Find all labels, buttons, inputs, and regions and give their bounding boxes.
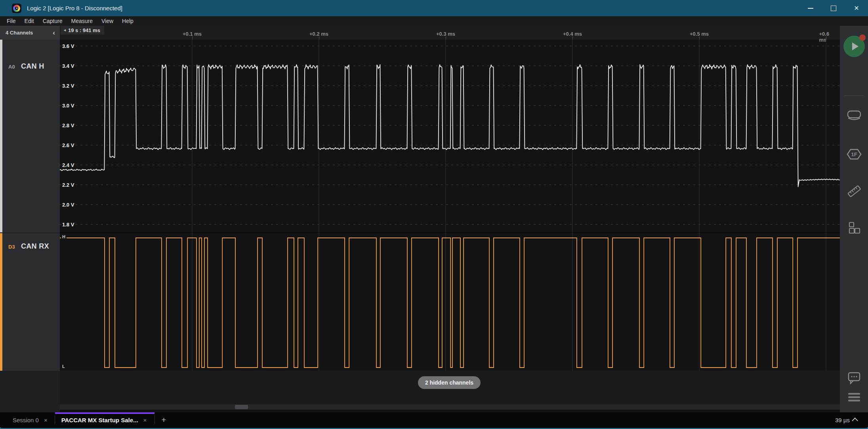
channel-id-a0: A0 <box>8 64 15 70</box>
minimize-button[interactable] <box>799 0 822 16</box>
minimize-icon <box>808 8 813 9</box>
digital-high-label: H <box>61 234 67 239</box>
digital-trace-can-rx <box>60 238 840 368</box>
voltage-label: 2.6 V <box>61 142 76 148</box>
menu-capture[interactable]: Capture <box>38 18 67 24</box>
ruler-tick <box>319 36 319 40</box>
time-label: +0.4 ms <box>563 31 582 37</box>
measure-ruler-icon[interactable] <box>846 183 862 199</box>
time-label: +0.5 ms <box>690 31 709 37</box>
digital-low-label: L <box>61 364 66 369</box>
ruler-tick <box>446 36 446 40</box>
feedback-comment-icon[interactable] <box>847 371 862 385</box>
voltage-label: 3.0 V <box>61 103 76 109</box>
session-tabbar: Session 0 × PACCAR MX Startup Sale... × … <box>0 412 868 427</box>
tab-paccar-capture[interactable]: PACCAR MX Startup Sale... × <box>55 412 155 427</box>
new-tab-button[interactable]: + <box>161 415 166 425</box>
channels-count-label: 4 Channels <box>6 30 33 36</box>
channel-row-can-h[interactable]: A0 CAN H <box>0 40 60 232</box>
voltage-label: 3.2 V <box>61 83 76 89</box>
close-button[interactable]: ✕ <box>845 0 868 16</box>
hidden-channels-button[interactable]: 2 hidden channels <box>418 376 481 389</box>
timeline-scrollbar[interactable] <box>60 404 840 410</box>
ruler-tick <box>572 36 573 40</box>
svg-text:1F: 1F <box>851 151 857 157</box>
titlebar[interactable]: Logic 2 [Logic Pro 8 - Disconnected] ✕ <box>0 0 868 16</box>
channel-row-can-rx[interactable]: D3 CAN RX <box>0 233 60 371</box>
collapse-sidebar-button[interactable]: ‹ <box>53 29 55 37</box>
device-settings-icon[interactable] <box>846 109 862 122</box>
voltage-label: 3.6 V <box>61 43 76 49</box>
channel-name-can-h: CAN H <box>21 62 44 71</box>
analog-plot-canvas[interactable] <box>60 40 840 233</box>
app-window: Logic 2 [Logic Pro 8 - Disconnected] ✕ F… <box>0 0 868 429</box>
voltage-label: 2.0 V <box>61 202 76 208</box>
voltage-label: 2.8 V <box>61 123 76 128</box>
timescale-control[interactable]: 39 µs <box>835 417 858 423</box>
menu-view[interactable]: View <box>97 18 118 24</box>
logic2-app-icon <box>12 4 21 13</box>
voltage-label: 3.4 V <box>61 63 76 69</box>
chevron-up-icon <box>852 418 858 424</box>
run-capture-button[interactable] <box>843 36 865 57</box>
close-icon: ✕ <box>854 5 859 11</box>
voltage-label: 2.2 V <box>61 182 76 188</box>
time-label: +0.3 ms <box>436 31 455 37</box>
channels-header: 4 Channels ‹ <box>0 26 60 40</box>
tab-paccar-close-icon[interactable]: × <box>143 417 147 423</box>
tab-session-0-label: Session 0 <box>13 417 39 423</box>
tab-session-0[interactable]: Session 0 × <box>0 412 55 427</box>
channel-name-can-rx: CAN RX <box>21 242 49 251</box>
rail-divider <box>844 96 864 96</box>
timescale-label: 39 µs <box>835 417 850 423</box>
hidden-channels-label: 2 hidden channels <box>425 379 473 386</box>
menu-help[interactable]: Help <box>118 18 138 24</box>
window-controls: ✕ <box>799 0 868 16</box>
timeline-scrollbar-thumb[interactable] <box>235 405 248 409</box>
tab-paccar-label: PACCAR MX Startup Sale... <box>61 417 138 423</box>
timeline-position-label: 19 s : 941 ms <box>68 27 100 33</box>
record-status-badge <box>859 34 866 41</box>
menubar: File Edit Capture Measure View Help <box>0 16 868 26</box>
menu-measure[interactable]: Measure <box>67 18 97 24</box>
digital-plot-canvas[interactable] <box>60 233 840 371</box>
ruler-tick <box>192 36 193 40</box>
maximize-button[interactable] <box>822 0 845 16</box>
channels-sidebar: 4 Channels ‹ A0 CAN H D3 CAN RX <box>0 26 60 412</box>
ruler-tick <box>826 36 826 40</box>
sidebar-empty-area <box>0 371 60 412</box>
actions-sidebar: 1F <box>840 26 868 412</box>
channel-accent-d3 <box>0 233 2 371</box>
main-menu-icon[interactable] <box>847 392 862 403</box>
extensions-icon[interactable] <box>847 221 862 236</box>
protocol-analyzers-icon[interactable]: 1F <box>846 147 862 161</box>
time-label: +0.2 ms <box>309 31 328 37</box>
timeline-ruler[interactable]: ◄ 19 s : 941 ms +0.1 ms+0.2 ms+0.3 ms+0.… <box>60 26 840 40</box>
channel-id-d3: D3 <box>8 244 15 250</box>
marker-arrow-icon: ◄ <box>63 28 67 32</box>
tab-session-0-close-icon[interactable]: × <box>44 417 48 423</box>
timeline-position-marker: ◄ 19 s : 941 ms <box>61 26 104 34</box>
channel-accent-a0 <box>0 40 2 232</box>
analog-trace-can-h <box>60 65 840 187</box>
maximize-icon <box>831 6 836 11</box>
active-tab-accent <box>55 412 155 414</box>
time-label: +0.1 ms <box>183 31 202 37</box>
tab-separator <box>155 416 155 424</box>
play-icon <box>852 42 858 50</box>
window-title: Logic 2 [Logic Pro 8 - Disconnected] <box>27 5 122 11</box>
menu-edit[interactable]: Edit <box>20 18 38 24</box>
menu-file[interactable]: File <box>2 18 20 24</box>
voltage-label: 1.8 V <box>61 222 76 228</box>
voltage-label: 2.4 V <box>61 162 76 168</box>
ruler-tick <box>699 36 700 40</box>
